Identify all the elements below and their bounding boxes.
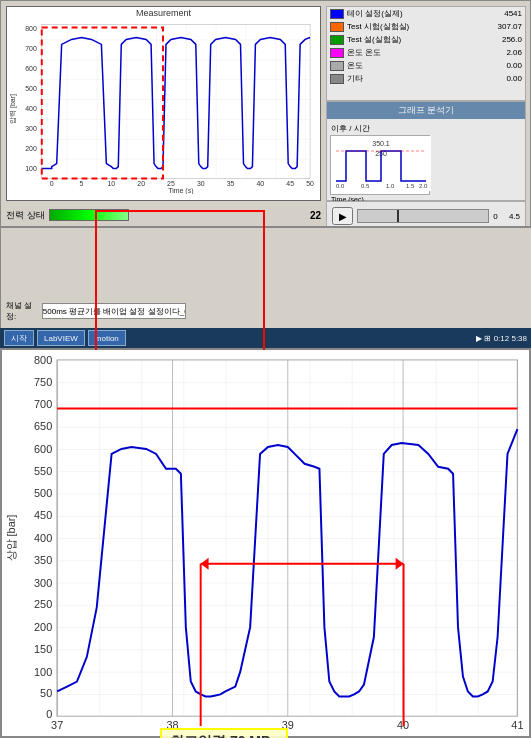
svg-text:50: 50 [40, 687, 52, 699]
top-section: Measurement 800 700 600 500 400 300 200 … [0, 0, 531, 330]
svg-text:0: 0 [50, 180, 54, 187]
svg-text:5: 5 [80, 180, 84, 187]
svg-text:10: 10 [107, 180, 115, 187]
svg-text:750: 750 [34, 376, 52, 388]
legend-color-2 [330, 22, 344, 32]
svg-text:300: 300 [34, 577, 52, 589]
main-chart: Measurement 800 700 600 500 400 300 200 … [6, 6, 321, 201]
taskbar-motion[interactable]: motion [88, 330, 126, 346]
legend-label-5: 온도 [347, 60, 363, 71]
legend-value-3: 256.0 [502, 35, 522, 44]
legend-row-2: Test 시험(실험실) 307.07 [327, 20, 525, 33]
legend-label-4: 온도 온도 [347, 47, 381, 58]
legend-row-5: 온도 0.00 [327, 59, 525, 72]
preset-label: 채널 설정: [6, 300, 39, 322]
system-tray: ▶ ⊞ 0:12 5:38 [476, 334, 527, 343]
svg-text:150: 150 [34, 643, 52, 655]
svg-text:45: 45 [286, 180, 294, 187]
bottom-controls: 주의사항 10V 전 이후 이용 하여 넣어 하는 의식 한국은 넣어 넣어 채… [1, 226, 531, 331]
right-legend: 테이 설정(실제) 4541 Test 시험(실험실) 307.07 Test … [326, 6, 526, 101]
legend-row-3: Test 설(실험실) 256.0 [327, 33, 525, 46]
legend-row-1: 테이 설정(실제) 4541 [327, 7, 525, 20]
svg-text:500: 500 [25, 85, 37, 92]
svg-rect-32 [57, 360, 517, 716]
svg-text:500: 500 [34, 487, 52, 499]
svg-text:600: 600 [34, 443, 52, 455]
svg-text:Time (s): Time (s) [168, 187, 193, 194]
status-label: 전력 상태 [6, 209, 45, 222]
svg-text:400: 400 [34, 532, 52, 544]
svg-text:100: 100 [25, 165, 37, 172]
legend-color-5 [330, 61, 344, 71]
legend-label-2: Test 시험(실험실) [347, 21, 409, 32]
chart-title: Measurement [7, 7, 320, 19]
settings-sub: 이후 / 시간 [330, 122, 522, 135]
legend-color-3 [330, 35, 344, 45]
svg-text:41: 41 [511, 719, 523, 731]
legend-label-3: Test 설(실험실) [347, 34, 401, 45]
svg-text:40: 40 [257, 180, 265, 187]
graph-settings-panel: 그래프 분석기 이후 / 시간 350.1 250 0.0 0.5 1.0 [326, 101, 526, 201]
svg-text:600: 600 [25, 65, 37, 72]
svg-text:650: 650 [34, 420, 52, 432]
svg-text:50: 50 [306, 180, 314, 187]
svg-text:30: 30 [197, 180, 205, 187]
svg-text:상압 [bar]: 상압 [bar] [5, 515, 17, 562]
svg-text:300: 300 [25, 125, 37, 132]
svg-text:압력 [bar]: 압력 [bar] [9, 94, 17, 124]
svg-text:350.1: 350.1 [372, 140, 390, 147]
legend-value-1: 4541 [504, 9, 522, 18]
svg-text:450: 450 [34, 509, 52, 521]
svg-text:1.0: 1.0 [386, 183, 395, 189]
chart-svg: 800 700 600 500 400 300 200 100 0 5 10 2… [7, 19, 320, 194]
taskbar-labview[interactable]: LabVIEW [37, 330, 85, 346]
svg-text:550: 550 [34, 465, 52, 477]
svg-text:2.0: 2.0 [419, 183, 428, 189]
taskbar: 시작 LabVIEW motion ▶ ⊞ 0:12 5:38 [0, 328, 531, 348]
legend-color-4 [330, 48, 344, 58]
svg-text:350: 350 [34, 554, 52, 566]
status-value: 22 [310, 210, 321, 221]
legend-value-2: 307.07 [498, 22, 522, 31]
status-indicator [49, 209, 129, 221]
svg-text:25: 25 [167, 180, 175, 187]
status-bar: 전력 상태 22 [6, 206, 321, 224]
svg-text:800: 800 [25, 25, 37, 32]
svg-text:100: 100 [34, 666, 52, 678]
svg-text:0.0: 0.0 [336, 183, 345, 189]
svg-text:0.5: 0.5 [361, 183, 370, 189]
play-button[interactable]: ▶ [332, 207, 353, 225]
legend-label-1: 테이 설정(실제) [347, 8, 403, 19]
legend-color-6 [330, 74, 344, 84]
svg-text:37: 37 [51, 719, 63, 731]
time-scrubber[interactable] [357, 209, 489, 223]
svg-rect-0 [42, 25, 310, 179]
svg-text:700: 700 [25, 45, 37, 52]
legend-row-4: 온도 온도 2.06 [327, 46, 525, 59]
preset-bar: 채널 설정: [6, 296, 186, 326]
taskbar-start[interactable]: 시작 [4, 330, 34, 346]
preset-input[interactable] [42, 303, 186, 319]
svg-text:200: 200 [25, 145, 37, 152]
mini-chart: 350.1 250 0.0 0.5 1.0 1.5 2.0 [330, 135, 430, 195]
svg-text:35: 35 [227, 180, 235, 187]
scrubber-labels: 0 4.5 [493, 212, 520, 221]
bottom-chart-svg: 800 750 700 650 600 550 500 450 400 350 … [2, 350, 529, 736]
bottom-chart-section: 800 750 700 650 600 550 500 450 400 350 … [0, 348, 531, 738]
svg-text:700: 700 [34, 398, 52, 410]
settings-title: 그래프 분석기 [327, 102, 525, 119]
legend-value-6: 0.00 [506, 74, 522, 83]
legend-value-5: 0.00 [506, 61, 522, 70]
legend-value-4: 2.06 [506, 48, 522, 57]
svg-text:1.5: 1.5 [406, 183, 415, 189]
legend-color-1 [330, 9, 344, 19]
svg-text:800: 800 [34, 354, 52, 366]
svg-text:250: 250 [34, 598, 52, 610]
svg-text:400: 400 [25, 105, 37, 112]
svg-text:20: 20 [137, 180, 145, 187]
svg-text:200: 200 [34, 621, 52, 633]
legend-label-6: 기타 [347, 73, 363, 84]
legend-row-6: 기타 0.00 [327, 72, 525, 85]
annotation-pressure: 최고압력 70 MPa [160, 728, 288, 738]
